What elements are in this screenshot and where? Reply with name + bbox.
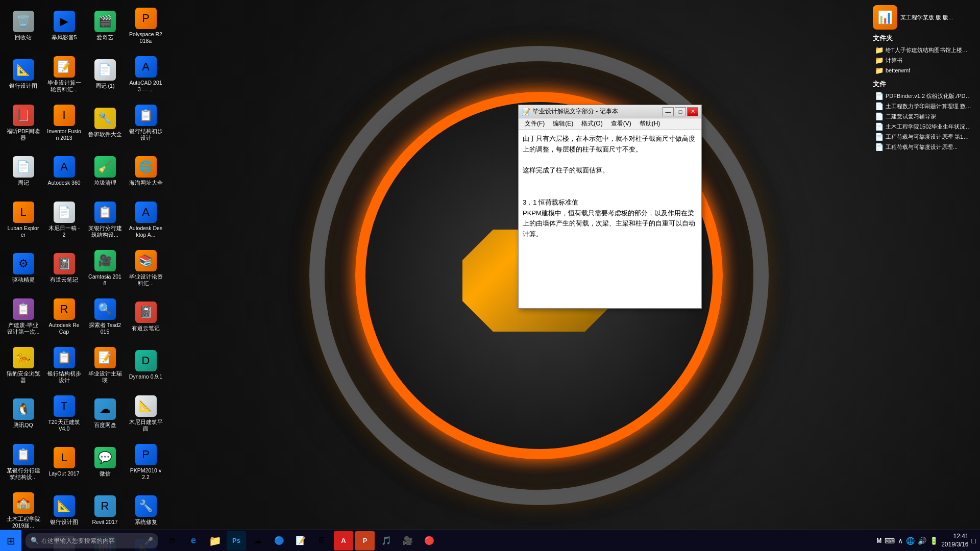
taskbar-ps[interactable]: Ps [227,531,246,550]
desktop-icon-zhou1[interactable]: 📄 周记 (1) [86,53,124,96]
taskbar-app-red[interactable]: 🔴 [420,531,439,550]
taskbar-network-icon[interactable]: 🌐 [906,537,915,545]
desktop-icon-qudongjl[interactable]: ⚙ 驱动精灵 [4,246,42,290]
desktop-icon-fengying[interactable]: ▶ 暴风影音5 [45,4,83,47]
desktop-icon-tengxunqq[interactable]: 🐧 腾讯QQ [4,392,42,435]
desktop-icon-biye_lun[interactable]: 📚 毕业设计论资料汇... [127,246,165,290]
desktop-icon-autodesk360[interactable]: A Autodesk 360 [45,149,83,193]
desktop-icon-huishou[interactable]: 🗑️ 回收站 [4,4,42,47]
notepad-minimize-button[interactable]: — [663,107,674,116]
icon-img-polyspace: P [135,8,157,29]
right-file-item-0[interactable]: 📄 PDFBinder.v1.2 缤纷汉化版./PDF合并 [873,91,975,101]
desktop-icon-weixin[interactable]: 💬 微信 [86,440,124,484]
right-file-item-5[interactable]: 📄 工程荷载与可靠度设计原理... [873,142,975,152]
notepad-content[interactable]: 由于只有六层楼，在本示范中，就不对柱子截面尺寸做高度上的调整，每层楼的柱子截面尺… [519,130,701,308]
desktop-icon-xitong[interactable]: 🔧 系统修复 [127,489,165,532]
taskbar-edge[interactable]: e [184,531,203,550]
desktop-icon-yinhang_cad[interactable]: 📐 银行设计图 [4,53,42,96]
right-file-item-4[interactable]: 📄 工程荷载与可靠度设计原理 第1章 何端... [873,132,975,142]
taskbar: ⊞ 🔍 🎤 ⧉ e 📁 Ps ☁ 🔵 📝 🖩 A P 🎵 🎥 🔴 M ⌨ ∧ 🌐… [0,530,980,551]
desktop-icon-biye_zhu[interactable]: 📝 毕业设计主瑞瑛 [86,343,124,387]
taskbar-notification[interactable]: □ [972,537,976,545]
taskbar-volume-icon[interactable]: 🔊 [918,537,926,545]
taskbar-autocad[interactable]: A [334,531,353,550]
icon-label-revit: Revit 2017 [92,519,117,525]
desktop-icon-yinhangfx[interactable]: 📋 某银行分行建筑结构设... [86,198,124,241]
desktop-icon-biye1[interactable]: 📝 毕业设计算一轮资料汇... [45,53,83,96]
desktop-icon-yinhang_chu[interactable]: 📋 银行结构初步设计 [127,101,165,144]
right-file-item-1[interactable]: 📄 土工程数力学印刷题计算理理 数子人万二 [873,101,975,111]
icon-label-autodesk360: Autodesk 360 [47,180,80,186]
icon-img-inventor: I [54,105,75,126]
icon-img-huishou: 🗑️ [13,11,34,32]
taskbar-battery-icon[interactable]: 🔋 [929,537,938,545]
taskbar-keyboard-icon[interactable]: ⌨ [885,537,895,545]
desktop-icon-baidunet[interactable]: ☁ 百度网盘 [86,392,124,435]
desktop-icon-revit[interactable]: R Revit 2017 [86,489,124,532]
desktop-icon-autodesk_rc[interactable]: R Autodesk ReCap [45,295,83,338]
icon-img-t20: T [54,395,75,417]
taskbar-ppt[interactable]: P [355,531,375,550]
icon-label-layout: LayOut 2017 [48,470,79,477]
desktop-icon-tansuozhe[interactable]: 🔍 探索者 Tssd2015 [86,295,124,338]
taskbar-clock[interactable]: 12:41 2019/3/16 [941,533,968,548]
right-folder-item-2[interactable]: 📁 betterwmf [873,65,975,76]
desktop-icon-inventor[interactable]: I Inventor Fusion 2013 [45,101,83,144]
search-bar[interactable]: 🔍 🎤 [26,533,158,548]
desktop-icon-baohu[interactable]: 🐆 猎豹安全浏览器 [4,343,42,387]
desktop-icon-fupdf[interactable]: 📕 福昕PDF阅读器 [4,101,42,144]
search-input[interactable] [41,537,144,544]
notepad-menu-file[interactable]: 文件(F) [521,119,549,128]
desktop-icon-polyspace[interactable]: P Polyspace R2018a [127,4,165,47]
icon-label-inventor: Inventor Fusion 2013 [47,128,81,141]
taskbar-calc[interactable]: 🖩 [312,531,332,550]
file-icon-5: 📄 [875,143,884,151]
desktop-icon-haitao[interactable]: 🌐 海淘网址大全 [127,149,165,193]
icon-img-layout: L [54,447,75,468]
taskbar-task-view[interactable]: ⧉ [162,531,182,550]
notepad-menu-view[interactable]: 查看(V) [607,119,635,128]
desktop-icon-layout[interactable]: L LayOut 2017 [45,440,83,484]
desktop-icon-fdjian1[interactable]: 📋 产建废-毕业设计第一次... [4,295,42,338]
desktop-icon-dynamo[interactable]: D Dynamo 0.9.1 [127,343,165,387]
taskbar-app2[interactable]: 🔵 [270,531,289,550]
desktop-icon-pkpm[interactable]: P PKPM2010 v2.2 [127,440,165,484]
start-button[interactable]: ⊞ [0,530,21,552]
desktop-icon-luban[interactable]: L Luban Explorer [4,198,42,241]
desktop-icon-yinhang_tu[interactable]: 📐 银行设计图 [45,489,83,532]
microphone-icon[interactable]: 🎤 [144,537,153,545]
taskbar-explorer[interactable]: 📁 [205,531,225,550]
desktop-icon-zhouji[interactable]: 📄 周记 [4,149,42,193]
notepad-menu-format[interactable]: 格式(O) [577,119,606,128]
right-file-item-3[interactable]: 📄 土木工程学院1502毕业生年状况分析和... [873,121,975,132]
desktop-icon-t20[interactable]: T T20天正建筑V4.0 [45,392,83,435]
icon-img-baidunet: ☁ [94,398,116,420]
desktop-icon-lajiqing[interactable]: 🧹 垃圾清理 [86,149,124,193]
taskbar-app1[interactable]: ☁ [248,531,267,550]
desktop-icon-yinhang_jg2[interactable]: 📋 某银行分行建筑结构设... [4,440,42,484]
right-folder-item-1[interactable]: 📁 计算书 [873,55,975,65]
desktop-icon-aiqiyi[interactable]: 🎬 爱奇艺 [86,4,124,47]
desktop-icon-tumugong[interactable]: 🏫 土木工程学院2019届... [4,489,42,532]
desktop-icon-autocad[interactable]: A AutoCAD 2013 — ... [127,53,165,96]
desktop-icon-muni_pm[interactable]: 📐 木尼日建筑平面 [127,392,165,435]
desktop-icon-yinhang_chu2[interactable]: 📋 银行结构初步设计 [45,343,83,387]
taskbar-app3[interactable]: 📝 [291,531,310,550]
taskbar-camtasia[interactable]: 🎥 [398,531,418,550]
desktop-icon-youdao2[interactable]: 📓 有道云笔记 [127,295,165,338]
desktop-icon-rjdz[interactable]: 🔧 鲁班软件大全 [86,101,124,144]
desktop-icon-autodesk_da[interactable]: A Autodesk Desktop A... [127,198,165,241]
notepad-menu-help[interactable]: 帮助(H) [635,119,665,128]
desktop-icon-muni1[interactable]: 📄 木尼日一稿 -2 [45,198,83,241]
taskbar-media[interactable]: 🎵 [377,531,396,550]
notepad-menu-edit[interactable]: 编辑(E) [549,119,577,128]
icon-label-yinhang_tu: 银行设计图 [50,519,78,525]
taskbar-up-arrow[interactable]: ∧ [898,537,903,545]
desktop-icon-youdao[interactable]: 📓 有道云笔记 [45,246,83,290]
right-file-item-2[interactable]: 📄 二建竞试复习辅导课 [873,111,975,121]
right-folder-item-0[interactable]: 📁 给T人子你建筑结构图书馆上楼台力间 [873,45,975,55]
desktop-icon-camtasia[interactable]: 🎥 Camtasia 2018 [86,246,124,290]
notepad-close-button[interactable]: ✕ [687,107,698,116]
notepad-window-buttons: — □ ✕ [663,107,698,116]
notepad-maximize-button[interactable]: □ [675,107,686,116]
